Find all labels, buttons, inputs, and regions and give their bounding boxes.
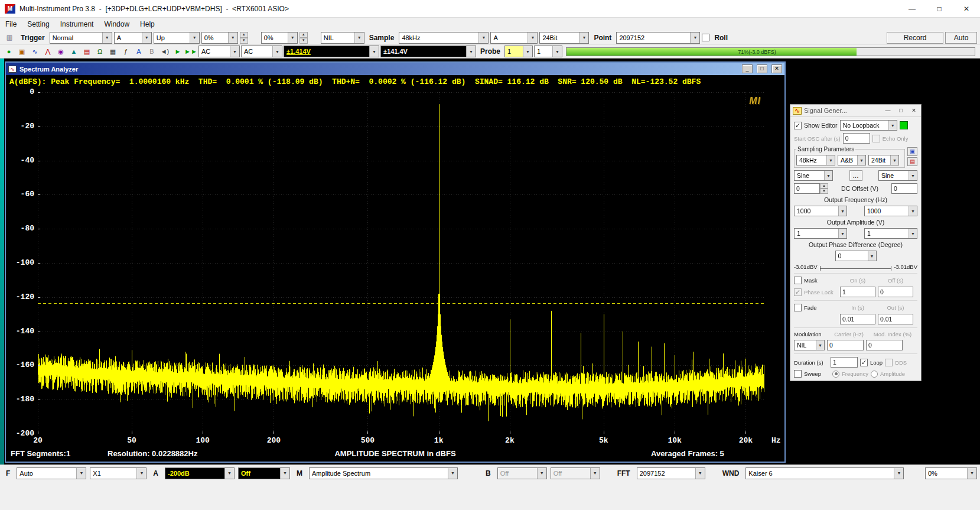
derived-data-icon[interactable]: ƒ bbox=[119, 46, 132, 57]
spectrum-titlebar[interactable]: ∿ Spectrum Analyzer _ □ ✕ bbox=[6, 63, 784, 75]
close-button[interactable]: ✕ bbox=[953, 0, 980, 17]
dc-offset-a-input[interactable]: 0 bbox=[794, 183, 820, 194]
frequency-b-select[interactable]: 1000▼ bbox=[864, 206, 917, 216]
output-on-button[interactable] bbox=[900, 121, 908, 129]
siggen-channels-select[interactable]: A&B▼ bbox=[838, 155, 866, 165]
duration-input[interactable]: 1 bbox=[831, 357, 858, 368]
dds-checkbox[interactable] bbox=[885, 359, 893, 366]
sweep-frequency-radio[interactable] bbox=[832, 371, 839, 378]
spectrum-maximize-button[interactable]: □ bbox=[757, 64, 767, 73]
siggen-maximize-button[interactable]: □ bbox=[896, 106, 906, 115]
b-range-select[interactable]: Off▼ bbox=[497, 467, 547, 479]
fade-in-input[interactable]: 0.01 bbox=[840, 314, 875, 324]
probe-b-select[interactable]: 1▼ bbox=[534, 46, 562, 57]
fade-checkbox[interactable] bbox=[794, 304, 802, 311]
spectrum-analyzer-icon[interactable]: ⋀ bbox=[41, 46, 54, 57]
play-icon[interactable]: ► bbox=[171, 46, 184, 57]
sweep-amplitude-radio[interactable] bbox=[871, 371, 878, 378]
spectrum-minimize-button[interactable]: _ bbox=[742, 64, 753, 73]
dc-offset-stepper[interactable]: ▲▼ bbox=[820, 183, 828, 194]
menu-file[interactable]: File bbox=[0, 19, 22, 30]
a-mode-select[interactable]: Off▼ bbox=[238, 467, 290, 479]
show-editor-checkbox[interactable] bbox=[794, 122, 802, 129]
trigger-delay-select[interactable]: 0%▼ bbox=[261, 32, 298, 44]
maximize-button[interactable]: □ bbox=[926, 0, 953, 17]
probe-a-select[interactable]: 1▼ bbox=[504, 46, 533, 57]
display-mode-select[interactable]: Amplitude Spectrum▼ bbox=[309, 467, 458, 479]
waveform-library-icon[interactable]: ▤ bbox=[907, 157, 917, 166]
siggen-minimize-button[interactable]: — bbox=[883, 106, 893, 115]
bit-depth-select[interactable]: 24Bit▼ bbox=[539, 32, 589, 44]
fade-out-input[interactable]: 0.01 bbox=[878, 314, 913, 324]
amplitude-a-select[interactable]: 1▼ bbox=[794, 228, 847, 239]
frequency-a-select[interactable]: 1000▼ bbox=[794, 206, 847, 216]
loop-checkbox[interactable] bbox=[860, 359, 868, 366]
start-osc-input[interactable]: 0 bbox=[843, 133, 870, 144]
waveform-b-select[interactable]: Sine▼ bbox=[878, 170, 917, 181]
save-waveform-icon[interactable]: ▣ bbox=[907, 147, 917, 156]
trigger-delay-stepper[interactable]: ▲▼ bbox=[299, 32, 308, 44]
trigger-source-select[interactable]: A▼ bbox=[114, 32, 152, 44]
window-function-select[interactable]: Kaiser 6▼ bbox=[745, 467, 904, 479]
carrier-input[interactable]: 0 bbox=[827, 340, 864, 350]
points-select[interactable]: 2097152▼ bbox=[616, 32, 700, 44]
oscilloscope-icon[interactable]: ∿ bbox=[28, 46, 41, 57]
phase-lock-checkbox[interactable] bbox=[794, 288, 802, 296]
x-magnify-select[interactable]: X1▼ bbox=[90, 467, 146, 479]
a-range-select[interactable]: -200dB▼ bbox=[165, 467, 235, 479]
fft-size-select[interactable]: 2097152▼ bbox=[637, 467, 705, 479]
auto-button[interactable]: Auto bbox=[945, 32, 977, 44]
device-test-plan-icon[interactable]: ▦ bbox=[106, 46, 119, 57]
dc-offset-b-input[interactable]: 0 bbox=[891, 183, 917, 194]
roll-checkbox[interactable] bbox=[702, 34, 709, 41]
waveform-a-select[interactable]: Sine▼ bbox=[794, 170, 833, 181]
phase-select[interactable]: 0▼ bbox=[835, 251, 877, 261]
siggen-bits-select[interactable]: 24Bit▼ bbox=[868, 155, 899, 165]
trigger-level-stepper[interactable]: ▲▼ bbox=[240, 32, 248, 44]
spectrum-close-button[interactable]: ✕ bbox=[771, 64, 782, 73]
menu-setting[interactable]: Setting bbox=[22, 19, 54, 30]
waveform-more-button[interactable]: ... bbox=[849, 170, 862, 181]
loopback-select[interactable]: No Loopback▼ bbox=[840, 120, 897, 131]
coupling-b-select[interactable]: AC▼ bbox=[241, 46, 282, 57]
menu-window[interactable]: Window bbox=[99, 19, 135, 30]
spectrum-chart[interactable] bbox=[38, 92, 764, 434]
zoom-channel-a-icon[interactable]: A bbox=[132, 46, 145, 57]
capture-icon[interactable]: ▣ bbox=[15, 46, 28, 57]
overlap-select[interactable]: 0%▼ bbox=[925, 467, 977, 479]
sampling-rate-select[interactable]: 48kHz▼ bbox=[399, 32, 489, 44]
minimize-button[interactable]: — bbox=[898, 0, 926, 17]
trigger-edge-select[interactable]: Up▼ bbox=[154, 32, 200, 44]
menu-instrument[interactable]: Instrument bbox=[55, 19, 99, 30]
multimeter-icon[interactable]: ◉ bbox=[54, 46, 67, 57]
range-b-select[interactable]: ±141.4V▼ bbox=[380, 46, 476, 57]
trigger-mode-select[interactable]: Normal▼ bbox=[50, 32, 112, 44]
zoom-channel-b-icon[interactable]: B bbox=[145, 46, 158, 57]
amplitude-b-select[interactable]: 1▼ bbox=[864, 228, 917, 239]
b-mode-select[interactable]: Off▼ bbox=[551, 467, 600, 479]
echo-only-checkbox[interactable] bbox=[872, 135, 880, 142]
mask-on-input[interactable]: 1 bbox=[840, 287, 875, 297]
mod-index-input[interactable]: 0 bbox=[866, 340, 903, 350]
spectrum-3d-plot-icon[interactable]: ▲ bbox=[67, 46, 80, 57]
coupling-a-select[interactable]: AC▼ bbox=[198, 46, 240, 57]
run-icon[interactable]: ● bbox=[2, 46, 15, 57]
level-slider[interactable] bbox=[820, 265, 892, 269]
lcr-meter-icon[interactable]: Ω bbox=[93, 46, 106, 57]
range-a-select[interactable]: ±1.414V▼ bbox=[284, 46, 379, 57]
data-logger-icon[interactable]: ▤ bbox=[80, 46, 93, 57]
mask-off-input[interactable]: 0 bbox=[878, 287, 913, 297]
trigger-level-select[interactable]: 0%▼ bbox=[201, 32, 238, 44]
sampling-channel-select[interactable]: A▼ bbox=[490, 32, 538, 44]
mask-checkbox[interactable] bbox=[794, 277, 802, 284]
loop-play-icon[interactable]: ►► bbox=[184, 46, 197, 57]
signal-generator-titlebar[interactable]: ∿ Signal Gener... — □ ✕ bbox=[790, 105, 921, 117]
record-button[interactable]: Record bbox=[887, 32, 943, 44]
siggen-rate-select[interactable]: 48kHz▼ bbox=[796, 155, 835, 165]
siggen-close-button[interactable]: ✕ bbox=[909, 106, 919, 115]
trigger-hpf-select[interactable]: NIL▼ bbox=[321, 32, 364, 44]
modulation-select[interactable]: NIL▼ bbox=[794, 340, 825, 350]
frequency-range-select[interactable]: Auto▼ bbox=[17, 467, 86, 479]
sweep-checkbox[interactable] bbox=[794, 370, 802, 378]
menu-help[interactable]: Help bbox=[135, 19, 160, 30]
